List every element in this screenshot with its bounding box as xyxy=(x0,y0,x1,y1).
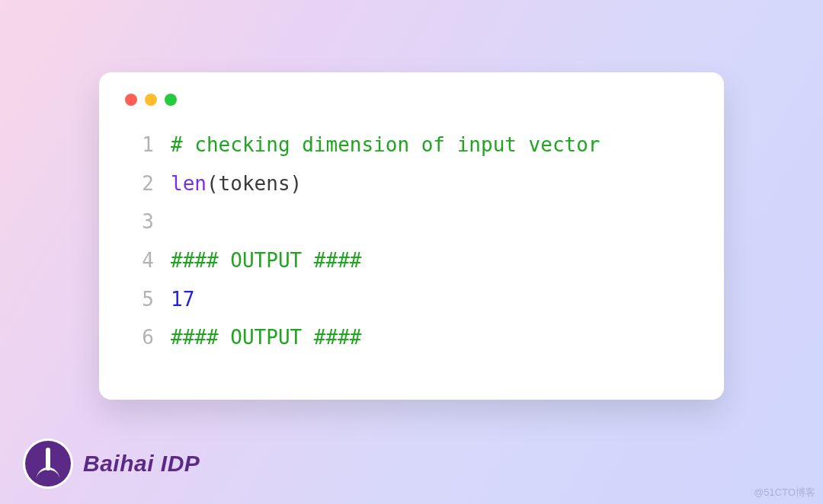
line-content: #### OUTPUT #### xyxy=(154,318,361,357)
code-token: len xyxy=(171,172,207,195)
line-number: 4 xyxy=(125,241,154,280)
brand: Baihai IDP xyxy=(25,441,200,486)
zoom-icon xyxy=(165,94,177,106)
code-card: 1# checking dimension of input vector2le… xyxy=(99,72,724,400)
line-number: 5 xyxy=(125,280,154,319)
code-token: # checking dimension of input vector xyxy=(171,133,600,156)
window-controls xyxy=(125,94,698,106)
line-content: 17 xyxy=(154,280,194,319)
code-line: 4#### OUTPUT #### xyxy=(125,241,698,280)
code-token: #### OUTPUT #### xyxy=(171,249,361,272)
code-line: 3 xyxy=(125,203,698,241)
line-number: 3 xyxy=(125,203,154,241)
minimize-icon xyxy=(145,94,157,106)
code-line: 517 xyxy=(125,280,698,319)
line-content: len(tokens) xyxy=(154,164,302,203)
code-line: 2len(tokens) xyxy=(125,164,698,203)
line-content: # checking dimension of input vector xyxy=(154,126,600,164)
line-number: 1 xyxy=(125,126,154,164)
line-content xyxy=(154,203,171,241)
watermark: @51CTO博客 xyxy=(754,486,815,499)
close-icon xyxy=(125,94,137,106)
code-token: 17 xyxy=(171,288,194,311)
code-token: (tokens) xyxy=(207,172,302,195)
line-content: #### OUTPUT #### xyxy=(154,241,361,280)
code-line: 1# checking dimension of input vector xyxy=(125,126,698,164)
code-token: #### OUTPUT #### xyxy=(171,326,361,349)
brand-name: Baihai IDP xyxy=(83,451,200,477)
line-number: 6 xyxy=(125,318,154,357)
line-number: 2 xyxy=(125,164,154,203)
code-line: 6#### OUTPUT #### xyxy=(125,318,698,357)
code-block: 1# checking dimension of input vector2le… xyxy=(125,126,698,357)
brand-logo-icon xyxy=(25,441,71,486)
